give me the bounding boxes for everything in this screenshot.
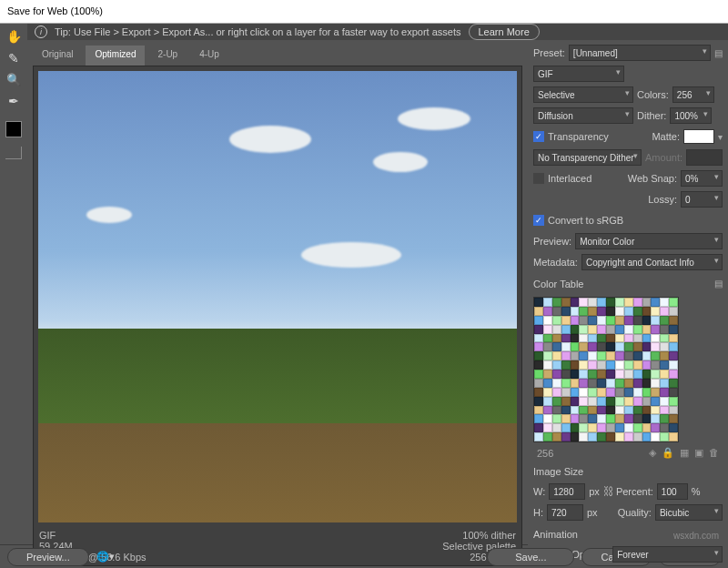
matte-swatch[interactable] (683, 129, 714, 144)
srgb-checkbox[interactable]: ✓ (533, 215, 544, 226)
tab-2up[interactable]: 2-Up (148, 46, 187, 66)
ct-delete-icon[interactable]: 🗑 (709, 447, 719, 459)
dither-select[interactable]: 100% (670, 107, 712, 124)
ct-sort-icon[interactable]: ◈ (649, 447, 656, 459)
preview-tabs: Original Optimized 2-Up 4-Up (33, 46, 522, 66)
srgb-label: Convert to sRGB (548, 215, 623, 226)
matte-dropdown-icon[interactable]: ▾ (718, 132, 723, 142)
learn-more-button[interactable]: Learn More (469, 24, 540, 40)
height-input[interactable] (547, 504, 583, 521)
preview-button[interactable]: Preview... (7, 548, 89, 566)
color-table[interactable] (533, 297, 679, 442)
websnap-label: Web Snap: (628, 173, 677, 184)
loop-select[interactable]: Forever (612, 546, 723, 563)
width-input[interactable] (549, 483, 585, 500)
metadata-label: Metadata: (533, 257, 578, 268)
colortable-label: Color Table (533, 279, 583, 289)
tool-strip: ✋ ✎ 🔍 ✒ (0, 24, 27, 544)
preview-label: Preview: (533, 236, 571, 247)
slice-tool-icon[interactable]: ✎ (8, 51, 19, 66)
colortable-menu-icon[interactable]: ▤ (714, 279, 723, 289)
matte-label: Matte: (652, 131, 680, 142)
tab-4up[interactable]: 4-Up (190, 46, 228, 66)
preset-menu-icon[interactable]: ▤ (714, 48, 723, 58)
interlaced-label: Interlaced (548, 173, 592, 184)
slice-visibility-icon[interactable] (5, 147, 22, 159)
lossy-select[interactable]: 0 (681, 191, 723, 208)
link-icon[interactable]: ⛓ (603, 485, 612, 498)
websnap-select[interactable]: 0% (681, 170, 723, 187)
amount-label: Amount: (645, 152, 682, 163)
preview-select[interactable]: Monitor Color (575, 233, 723, 249)
stat-format: GIF (39, 530, 147, 541)
zoom-tool-icon[interactable]: 🔍 (6, 73, 21, 86)
preview-panel: GIF 59.24M 10976 sec @ 56.6 Kbps 100% di… (33, 66, 522, 566)
colors-label: Colors: (637, 89, 669, 100)
titlebar: Save for Web (100%) (0, 0, 728, 24)
interlaced-checkbox[interactable]: ✓ (533, 173, 544, 184)
transparency-checkbox[interactable]: ✓ (533, 131, 544, 142)
ct-new-icon[interactable]: ▣ (694, 447, 703, 459)
colortable-count: 256 (537, 448, 553, 459)
trans-dither-select[interactable]: No Transparency Dither (533, 149, 642, 166)
save-button[interactable]: Save... (487, 548, 574, 566)
preset-select[interactable]: [Unnamed] (569, 45, 711, 61)
percent-label: Percent: (616, 486, 653, 497)
width-label: W: (533, 486, 545, 497)
hand-tool-icon[interactable]: ✋ (6, 29, 22, 44)
transparency-label: Transparency (548, 131, 609, 142)
stat-dither: 100% dither (442, 530, 516, 541)
format-select[interactable]: GIF (533, 66, 624, 82)
tab-original[interactable]: Original (33, 46, 82, 66)
settings-panel: Preset: [Unnamed] ▤ GIF Selective Colors… (528, 40, 728, 568)
dither-method-select[interactable]: Diffusion (533, 107, 633, 124)
preview-image[interactable] (38, 71, 517, 522)
preset-label: Preset: (533, 47, 565, 58)
tip-text: Tip: Use File > Export > Export As... or… (55, 26, 461, 37)
animation-label: Animation (533, 529, 578, 540)
metadata-select[interactable]: Copyright and Contact Info (581, 254, 723, 270)
reduction-select[interactable]: Selective (533, 86, 633, 103)
height-label: H: (533, 507, 543, 518)
ct-lock-icon[interactable]: 🔒 (662, 447, 674, 459)
imagesize-label: Image Size (533, 466, 583, 477)
quality-select[interactable]: Bicubic (655, 504, 723, 521)
dither-label: Dither: (637, 110, 666, 121)
tab-optimized[interactable]: Optimized (86, 46, 145, 66)
tip-bar: i Tip: Use File > Export > Export As... … (27, 24, 728, 40)
info-icon: i (35, 25, 47, 38)
colors-select[interactable]: 256 (672, 86, 714, 103)
quality-label: Quality: (618, 507, 652, 518)
percent-input[interactable] (657, 483, 688, 500)
amount-input (686, 149, 723, 166)
browser-menu-icon[interactable]: 🌐▾ (96, 551, 115, 563)
foreground-swatch[interactable] (5, 121, 22, 137)
ct-map-icon[interactable]: ▦ (680, 447, 689, 459)
lossy-label: Lossy: (648, 194, 677, 205)
eyedropper-tool-icon[interactable]: ✒ (8, 94, 19, 108)
